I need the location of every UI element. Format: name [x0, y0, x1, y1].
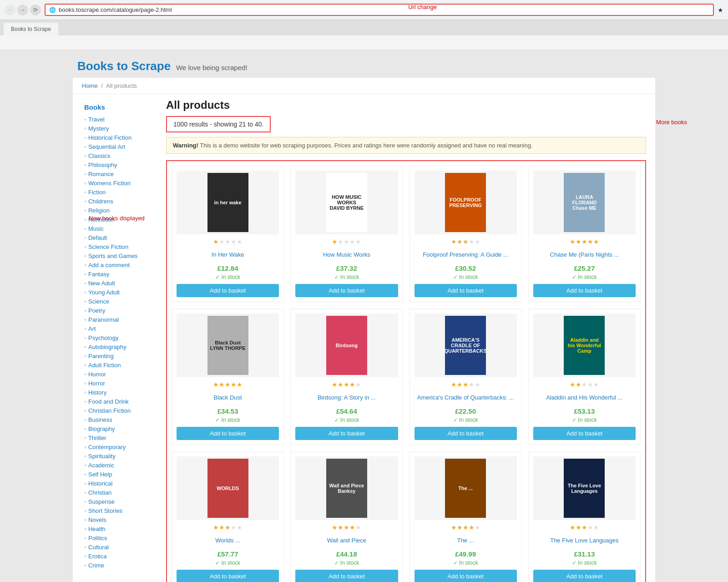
sidebar-item: Music: [84, 224, 155, 233]
address-bar[interactable]: 🌐 books.toscrape.com/catalogue/page-2.ht…: [45, 4, 714, 16]
sidebar-link-spirituality[interactable]: Spirituality: [88, 453, 116, 460]
sidebar-link-default[interactable]: Default: [88, 234, 107, 241]
sidebar-item: Young Adult: [84, 288, 155, 297]
sidebar-link-art[interactable]: Art: [88, 325, 96, 332]
add-to-basket-button[interactable]: Add to basket: [177, 427, 279, 440]
sidebar-link-business[interactable]: Business: [88, 416, 112, 423]
sidebar-link-horror[interactable]: Horror: [88, 380, 105, 387]
sidebar-link-new-adult[interactable]: New Adult: [88, 280, 115, 287]
sidebar-link-adult-fiction[interactable]: Adult Fiction: [88, 362, 121, 369]
sidebar-item: Poetry: [84, 306, 155, 315]
sidebar-link-parenting[interactable]: Parenting: [88, 353, 114, 359]
sidebar-link-music[interactable]: Music: [88, 225, 104, 232]
sidebar-link-autobiography[interactable]: Autobiography: [88, 344, 126, 350]
sidebar-item: Horror: [84, 379, 155, 388]
back-button[interactable]: ←: [5, 5, 15, 15]
product-title[interactable]: Worlds ...: [177, 533, 279, 547]
sidebar-link-science[interactable]: Science: [88, 298, 109, 305]
sidebar-link-paranormal[interactable]: Paranormal: [88, 316, 119, 323]
add-to-basket-button[interactable]: Add to basket: [533, 427, 636, 440]
forward-button[interactable]: →: [17, 5, 28, 15]
product-card: in her wake★★★★★In Her Wake£12.84In stoc…: [172, 166, 284, 302]
sidebar-link-travel[interactable]: Travel: [88, 116, 105, 123]
sidebar-link-mystery[interactable]: Mystery: [88, 125, 109, 132]
sidebar-link-suspense[interactable]: Suspense: [88, 498, 115, 505]
add-to-basket-button[interactable]: Add to basket: [415, 284, 517, 297]
sidebar-link-sequential-art[interactable]: Sequential Art: [88, 143, 125, 150]
sidebar-link-novels[interactable]: Novels: [88, 516, 106, 523]
sidebar-link-short-stories[interactable]: Short Stories: [88, 507, 122, 514]
sidebar-link-science-fiction[interactable]: Science Fiction: [88, 243, 128, 250]
sidebar-item: Crime: [84, 561, 155, 570]
sidebar-link-young-adult[interactable]: Young Adult: [88, 289, 120, 296]
sidebar-link-christian-fiction[interactable]: Christian Fiction: [88, 407, 131, 414]
add-to-basket-button[interactable]: Add to basket: [177, 570, 279, 582]
product-title[interactable]: Birdsong: A Story in ...: [295, 390, 398, 405]
breadcrumb-current: All products: [106, 82, 137, 89]
sidebar-link-fiction[interactable]: Fiction: [88, 189, 106, 196]
sidebar-link-fantasy[interactable]: Fantasy: [88, 271, 109, 278]
sidebar-link-romance[interactable]: Romance: [88, 171, 114, 177]
sidebar-link-sports-and-games[interactable]: Sports and Games: [88, 253, 137, 259]
sidebar-link-womens-fiction[interactable]: Womens Fiction: [88, 180, 131, 187]
product-title[interactable]: In Her Wake: [177, 247, 279, 262]
product-title[interactable]: Black Dust: [177, 390, 279, 405]
bookmark-icon[interactable]: ★: [718, 6, 723, 14]
sidebar-link-historical[interactable]: Historical: [88, 480, 112, 487]
sidebar-link-cultural[interactable]: Cultural: [88, 544, 109, 551]
sidebar-link-erotica[interactable]: Erotica: [88, 553, 106, 560]
product-title[interactable]: Foolproof Preserving: A Guide ...: [415, 247, 517, 262]
add-to-basket-button[interactable]: Add to basket: [415, 427, 517, 440]
sidebar-link-childrens[interactable]: Childrens: [88, 198, 113, 205]
sidebar-link-christian[interactable]: Christian: [88, 489, 111, 496]
product-title[interactable]: Chase Me (Paris Nights ...: [533, 247, 636, 262]
add-to-basket-button[interactable]: Add to basket: [295, 570, 398, 582]
globe-icon: 🌐: [49, 7, 56, 13]
product-title[interactable]: America's Cradle of Quarterbacks: ...: [415, 390, 517, 405]
product-image: Black Dust LYNN THORPE: [177, 314, 279, 377]
product-title[interactable]: Aladdin and His Wonderful ...: [533, 390, 636, 405]
sidebar-link-academic[interactable]: Academic: [88, 462, 114, 469]
reload-button[interactable]: ⟳: [30, 5, 41, 15]
sidebar-link-crime[interactable]: Crime: [88, 562, 104, 569]
sidebar-link-poetry[interactable]: Poetry: [88, 307, 106, 314]
sidebar-link-contemporary[interactable]: Contemporary: [88, 444, 126, 450]
product-card: LAURA FLORAND Chase ME★★★★★Chase Me (Par…: [528, 166, 641, 302]
active-tab[interactable]: Books to Scrape: [4, 23, 58, 35]
sidebar-link-religion[interactable]: Religion: [88, 207, 110, 214]
breadcrumb-home[interactable]: Home: [82, 82, 98, 89]
sidebar-link-thriller[interactable]: Thriller: [88, 435, 106, 441]
sidebar-item: Short Stories: [84, 506, 155, 515]
add-to-basket-button[interactable]: Add to basket: [533, 570, 636, 582]
sidebar-link-self-help[interactable]: Self Help: [88, 471, 112, 478]
products-section: in her wake★★★★★In Her Wake£12.84In stoc…: [166, 160, 646, 582]
add-to-basket-button[interactable]: Add to basket: [177, 284, 279, 297]
add-to-basket-button[interactable]: Add to basket: [295, 284, 398, 297]
sidebar-link-historical-fiction[interactable]: Historical Fiction: [88, 134, 131, 141]
sidebar-link-history[interactable]: History: [88, 389, 106, 396]
product-title[interactable]: How Music Works: [295, 247, 398, 262]
product-price: £57.77: [177, 550, 279, 558]
sidebar-link-classics[interactable]: Classics: [88, 152, 110, 159]
sidebar-link-health[interactable]: Health: [88, 526, 106, 532]
add-to-basket-button[interactable]: Add to basket: [415, 570, 517, 582]
product-stars: ★★★★★: [415, 238, 517, 245]
sidebar-item: Health: [84, 524, 155, 533]
product-image: FOOLPROOF PRESERVING: [415, 171, 517, 234]
sidebar-link-add-a-comment[interactable]: Add a comment: [88, 262, 130, 268]
sidebar-item: Womens Fiction: [84, 178, 155, 187]
sidebar-link-politics[interactable]: Politics: [88, 535, 107, 542]
sidebar-link-humor[interactable]: Humor: [88, 371, 106, 378]
sidebar-link-biography[interactable]: Biography: [88, 425, 115, 432]
add-to-basket-button[interactable]: Add to basket: [295, 427, 398, 440]
product-title[interactable]: Wall and Piece: [295, 533, 398, 547]
sidebar-link-food-and-drink[interactable]: Food and Drink: [88, 398, 129, 405]
product-title[interactable]: The Five Love Languages: [533, 533, 636, 547]
product-title[interactable]: The ...: [415, 533, 517, 547]
sidebar-item: Novels: [84, 515, 155, 524]
sidebar-item: Travel: [84, 115, 155, 124]
sidebar-link-philosophy[interactable]: Philosophy: [88, 162, 117, 168]
sidebar-link-psychology[interactable]: Psychology: [88, 334, 118, 341]
sidebar-item: New Adult: [84, 278, 155, 288]
add-to-basket-button[interactable]: Add to basket: [533, 284, 636, 297]
